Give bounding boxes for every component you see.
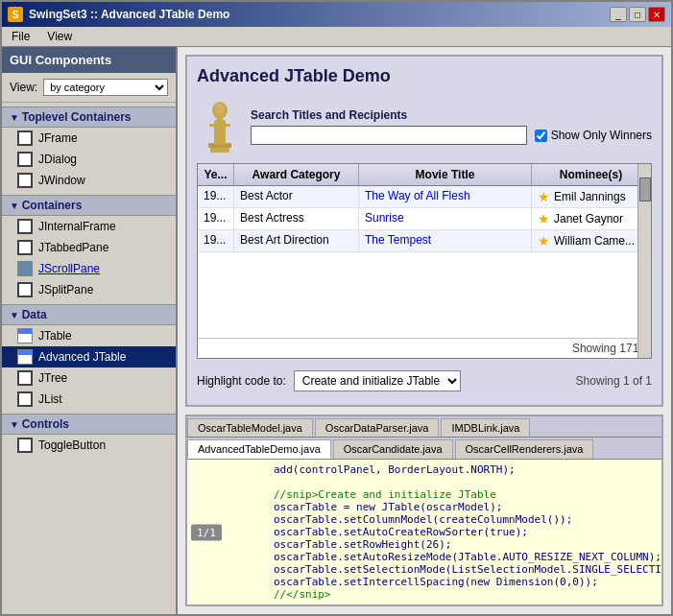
menubar: File View <box>2 27 671 47</box>
section-header-data[interactable]: Data <box>2 304 176 325</box>
highlight-row: Highlight code to: Create and initialize… <box>197 367 652 395</box>
menu-view[interactable]: View <box>43 29 76 44</box>
search-right: Search Titles and Recipients Show Only W… <box>251 108 652 145</box>
view-dropdown[interactable]: by category <box>43 79 168 96</box>
menu-file[interactable]: File <box>8 29 34 44</box>
code-area[interactable]: 1/1 add(controlPanel, BorderLayout.NORTH… <box>187 460 661 604</box>
maximize-button[interactable]: □ <box>629 7 646 22</box>
code-line-5: oscarTable.setColumnModel(createColumnMo… <box>274 513 658 526</box>
sidebar-title: GUI Components <box>2 47 176 73</box>
jframe-label: JFrame <box>38 131 78 145</box>
nominee-name-1: Emil Jannings <box>554 190 626 203</box>
demo-title: Advanced JTable Demo <box>197 66 652 86</box>
sidebar-item-jinternalframe[interactable]: JInternalFrame <box>2 216 176 237</box>
jscrollpane-icon <box>17 261 33 276</box>
winner-star-2: ★ <box>538 211 550 226</box>
code-line-10: oscarTable.setIntercellSpacing(new Dimen… <box>274 576 658 588</box>
tab-imdblink[interactable]: IMDBLink.java <box>441 418 530 437</box>
section-header-controls[interactable]: Controls <box>2 414 176 435</box>
sidebar-item-jsplitpane[interactable]: JSplitPane <box>2 279 176 300</box>
code-line-2 <box>274 476 658 488</box>
jtable-icon <box>17 328 33 344</box>
scroll-thumb[interactable] <box>639 178 651 201</box>
jtable-label: JTable <box>38 329 72 343</box>
cell-year-2: 19... <box>198 208 234 229</box>
table-row[interactable]: 19... Best Art Direction The Tempest ★ W… <box>198 230 651 252</box>
jscrollpane-label: JScrollPane <box>38 262 100 275</box>
sidebar-item-jdialog[interactable]: JDialog <box>2 149 176 170</box>
jtree-icon <box>17 370 33 386</box>
view-label: View: <box>10 81 37 94</box>
code-line-7: oscarTable.setRowHeight(26); <box>274 538 658 551</box>
cell-title-2[interactable]: Sunrise <box>359 208 532 229</box>
section-header-containers[interactable]: Containers <box>2 195 176 216</box>
title-bar-left: S SwingSet3 :: Advanced JTable Demo <box>8 7 229 22</box>
sidebar-item-jtree[interactable]: JTree <box>2 367 176 389</box>
table-body: 19... Best Actor The Way of All Flesh ★ … <box>198 186 651 338</box>
section-controls: Controls ToggleButton <box>2 414 176 456</box>
jsplitpane-label: JSplitPane <box>38 283 93 296</box>
sidebar-item-togglebutton[interactable]: ToggleButton <box>2 435 176 456</box>
tab-oscarcandidate[interactable]: OscarCandidate.java <box>333 439 453 459</box>
table-row[interactable]: 19... Best Actor The Way of All Flesh ★ … <box>198 186 651 208</box>
table-row[interactable]: 19... Best Actress Sunrise ★ Janet Gayno… <box>198 208 651 230</box>
code-line-9: oscarTable.setSelectionMode(ListSelectio… <box>274 563 658 576</box>
minimize-button[interactable]: _ <box>610 7 627 22</box>
section-header-toplevel[interactable]: Toplevel Containers <box>2 107 176 128</box>
code-line-1: add(controlPanel, BorderLayout.NORTH); <box>274 463 658 476</box>
sidebar-item-jwindow[interactable]: JWindow <box>2 170 176 191</box>
cell-title-3[interactable]: The Tempest <box>359 230 532 251</box>
show-winners-checkbox[interactable] <box>535 130 547 142</box>
jtree-label: JTree <box>38 371 67 385</box>
jinternalframe-icon <box>17 219 33 234</box>
code-tabs-row1: OscarTableModel.java OscarDataParser.jav… <box>187 416 661 438</box>
col-title[interactable]: Movie Title <box>359 164 532 185</box>
show-winners-label[interactable]: Show Only Winners <box>535 129 652 142</box>
demo-panel: Advanced JTable Demo <box>185 55 663 407</box>
jtabbedpane-icon <box>17 240 33 255</box>
section-toplevel: Toplevel Containers JFrame JDialog JWind… <box>2 107 176 191</box>
col-year[interactable]: Ye... <box>198 164 234 185</box>
jdialog-icon <box>17 152 33 167</box>
jinternalframe-label: JInternalFrame <box>38 220 116 233</box>
code-nav[interactable]: 1/1 <box>191 524 222 540</box>
sidebar-item-jtabbedpane[interactable]: JTabbedPane <box>2 237 176 258</box>
col-category[interactable]: Award Category <box>234 164 359 185</box>
code-line-4: oscarTable = new JTable(oscarModel); <box>274 501 658 513</box>
search-input[interactable] <box>251 126 527 145</box>
table-scrollbar[interactable] <box>637 164 651 358</box>
svg-point-7 <box>215 103 225 114</box>
winner-star-1: ★ <box>538 189 550 204</box>
cell-title-1[interactable]: The Way of All Flesh <box>359 186 532 207</box>
sidebar-item-advanced-jtable[interactable]: Advanced JTable <box>2 346 176 367</box>
col-nominee[interactable]: Nominee(s) <box>532 164 651 185</box>
code-line-8: oscarTable.setAutoResizeMode(JTable.AUTO… <box>274 551 658 563</box>
content-area: GUI Components View: by category Topleve… <box>2 47 671 614</box>
close-button[interactable]: ✕ <box>648 7 665 22</box>
main-panel: Advanced JTable Demo <box>178 47 671 614</box>
cell-category-3: Best Art Direction <box>234 230 359 251</box>
section-containers: Containers JInternalFrame JTabbedPane JS… <box>2 195 176 300</box>
search-row: Search Titles and Recipients Show Only W… <box>197 98 652 155</box>
oscar-figure <box>197 98 243 155</box>
highlight-label: Highlight code to: <box>197 374 286 388</box>
sidebar-item-jscrollpane[interactable]: JScrollPane <box>2 258 176 279</box>
jlist-icon <box>17 391 33 407</box>
highlight-select[interactable]: Create and initialize JTable <box>294 370 461 391</box>
code-tabs-row2: AdvancedTableDemo.java OscarCandidate.ja… <box>187 438 661 460</box>
showing-label: Showing 1713 <box>198 338 651 358</box>
data-table-container: Ye... Award Category Movie Title Nominee… <box>197 163 652 359</box>
tab-advancedtabledemo[interactable]: AdvancedTableDemo.java <box>187 439 331 459</box>
tab-oscartablemodel[interactable]: OscarTableModel.java <box>187 418 313 437</box>
sidebar-item-jtable[interactable]: JTable <box>2 325 176 346</box>
sidebar-item-jlist[interactable]: JList <box>2 389 176 410</box>
window-title: SwingSet3 :: Advanced JTable Demo <box>29 8 229 21</box>
sidebar-item-jframe[interactable]: JFrame <box>2 128 176 149</box>
tab-oscarcellrenderers[interactable]: OscarCellRenderers.java <box>455 439 594 459</box>
tab-oscardataparser[interactable]: OscarDataParser.java <box>315 418 440 437</box>
nominee-name-3: William Came... <box>554 234 635 248</box>
jwindow-icon <box>17 173 33 188</box>
search-area: Search Titles and Recipients Show Only W… <box>197 98 652 155</box>
jlist-label: JList <box>38 392 62 406</box>
svg-rect-4 <box>225 124 230 127</box>
